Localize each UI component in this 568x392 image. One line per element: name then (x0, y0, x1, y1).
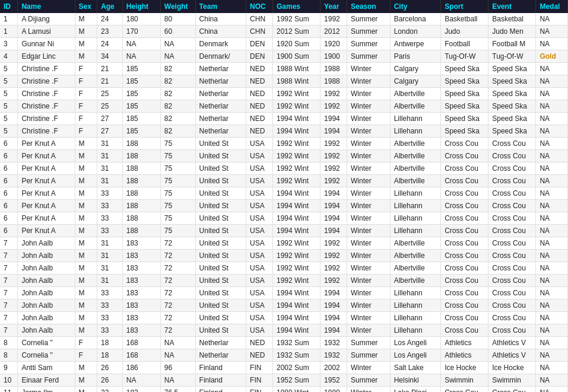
table-row[interactable]: 4Edgar LincM34NANADenmark/DEN1900 Sum190… (0, 50, 568, 63)
table-row[interactable]: 6Per Knut AM3318875United StUSA1994 Wint… (0, 187, 568, 200)
table-row[interactable]: 5Christine .FF2118582NetherlarNED1988 Wi… (0, 75, 568, 88)
table-row[interactable]: 7John AalbM3318372United StUSA1994 Wint1… (0, 312, 568, 324)
cell-name: John Aalb (18, 299, 75, 312)
table-row[interactable]: 8Cornelia "F18168NANetherlarNED1932 Sum1… (0, 337, 568, 349)
cell-name: Per Knut A (18, 200, 75, 212)
header-team[interactable]: Team (195, 0, 246, 13)
cell-event: Cross Cou (488, 287, 536, 299)
cell-height: NA (122, 38, 160, 50)
cell-medal: NA (536, 13, 568, 26)
header-games[interactable]: Games (272, 0, 320, 13)
table-row[interactable]: 7John AalbM3318372United StUSA1994 Wint1… (0, 299, 568, 312)
table-row[interactable]: 7John AalbM3118372United StUSA1992 Wint1… (0, 237, 568, 250)
cell-year: 1992 (321, 150, 347, 162)
cell-medal: NA (536, 225, 568, 237)
table-row[interactable]: 6Per Knut AM3118875United StUSA1992 Wint… (0, 138, 568, 150)
table-row[interactable]: 8Cornelia "F18168NANetherlarNED1932 Sum1… (0, 349, 568, 362)
cell-medal: NA (536, 212, 568, 225)
cell-sport: Cross Cou (441, 250, 488, 262)
cell-id: 6 (0, 175, 18, 187)
cell-noc: USA (246, 212, 273, 225)
table-row[interactable]: 5Christine .FF2518582NetherlarNED1992 Wi… (0, 100, 568, 113)
cell-height: 168 (122, 349, 160, 362)
table-row[interactable]: 11Jorma IlmM2218276.5FinlandFIN1980 Wint… (0, 387, 568, 393)
table-row[interactable]: 5Christine .FF2718582NetherlarNED1994 Wi… (0, 125, 568, 138)
cell-name: Per Knut A (18, 138, 75, 150)
cell-sport: Cross Cou (441, 262, 488, 275)
table-row[interactable]: 3Gunnar NiM24NANADenmarkDEN1920 Sum1920S… (0, 38, 568, 50)
cell-age: 23 (97, 26, 122, 38)
cell-year: 1988 (321, 63, 347, 75)
cell-name: John Aalb (18, 275, 75, 287)
table-row[interactable]: 5Christine .FF2118582NetherlarNED1988 Wi… (0, 63, 568, 75)
header-age[interactable]: Age (97, 0, 122, 13)
cell-sex: M (75, 250, 97, 262)
cell-event: Cross Cou (488, 275, 536, 287)
cell-year: 1920 (321, 38, 347, 50)
table-row[interactable]: 7John AalbM3118372United StUSA1992 Wint1… (0, 275, 568, 287)
header-weight[interactable]: Weight (160, 0, 195, 13)
table-row[interactable]: 6Per Knut AM3318875United StUSA1994 Wint… (0, 200, 568, 212)
table-row[interactable]: 6Per Knut AM3118875United StUSA1992 Wint… (0, 175, 568, 187)
table-row[interactable]: 9Antti SamM2618696FinlandFIN2002 Sum2002… (0, 362, 568, 374)
table-row[interactable]: 6Per Knut AM3118875United StUSA1992 Wint… (0, 162, 568, 175)
header-medal[interactable]: Medal (536, 0, 568, 13)
cell-medal: NA (536, 113, 568, 125)
cell-event: Speed Ska (488, 75, 536, 88)
header-sex[interactable]: Sex (75, 0, 97, 13)
cell-games: 1992 Wint (272, 262, 320, 275)
cell-medal: NA (536, 138, 568, 150)
header-year[interactable]: Year (321, 0, 347, 13)
cell-noc: USA (246, 200, 273, 212)
header-event[interactable]: Event (488, 0, 536, 13)
cell-games: 1994 Wint (272, 187, 320, 200)
header-name[interactable]: Name (18, 0, 75, 13)
cell-season: Winter (347, 225, 390, 237)
cell-id: 1 (0, 26, 18, 38)
cell-city: Albertville (390, 175, 440, 187)
table-row[interactable]: 7John AalbM3118372United StUSA1992 Wint1… (0, 250, 568, 262)
cell-height: 188 (122, 200, 160, 212)
cell-city: Calgary (390, 75, 440, 88)
cell-season: Winter (347, 200, 390, 212)
cell-event: Cross Cou (488, 150, 536, 162)
table-row[interactable]: 1A LamusiM2317060ChinaCHN2012 Sum2012Sum… (0, 26, 568, 38)
table-row[interactable]: 7John AalbM3118372United StUSA1992 Wint1… (0, 262, 568, 275)
table-row[interactable]: 6Per Knut AM3318875United StUSA1994 Wint… (0, 225, 568, 237)
cell-city: Los Angeli (390, 337, 440, 349)
table-row[interactable]: 6Per Knut AM3118875United StUSA1992 Wint… (0, 150, 568, 162)
header-sport[interactable]: Sport (441, 0, 488, 13)
cell-team: United St (195, 287, 246, 299)
table-row[interactable]: 6Per Knut AM3318875United StUSA1994 Wint… (0, 212, 568, 225)
table-row[interactable]: 5Christine .FF2718582NetherlarNED1994 Wi… (0, 113, 568, 125)
table-row[interactable]: 10Einaar FerdM26NANAFinlandFIN1952 Sum19… (0, 374, 568, 387)
cell-sport: Swimmin (441, 374, 488, 387)
table-row[interactable]: 7John AalbM3318372United StUSA1994 Wint1… (0, 324, 568, 337)
cell-event: Cross Cou (488, 138, 536, 150)
cell-sport: Speed Ska (441, 88, 488, 100)
cell-season: Winter (347, 387, 390, 393)
cell-name: John Aalb (18, 262, 75, 275)
cell-weight: 75 (160, 200, 195, 212)
header-noc[interactable]: NOC (246, 0, 273, 13)
cell-id: 5 (0, 75, 18, 88)
header-city[interactable]: City (390, 0, 440, 13)
cell-age: 18 (97, 349, 122, 362)
cell-id: 5 (0, 63, 18, 75)
table-row[interactable]: 5Christine .FF2518582NetherlarNED1992 Wi… (0, 88, 568, 100)
cell-year: 1994 (321, 324, 347, 337)
table-row[interactable]: 7John AalbM3318372United StUSA1994 Wint1… (0, 287, 568, 299)
cell-height: 188 (122, 150, 160, 162)
cell-event: Cross Cou (488, 225, 536, 237)
header-height[interactable]: Height (122, 0, 160, 13)
cell-sex: M (75, 38, 97, 50)
header-season[interactable]: Season (347, 0, 390, 13)
table-row[interactable]: 1A DijiangM2418080ChinaCHN1992 Sum1992Su… (0, 13, 568, 26)
cell-noc: NED (246, 63, 273, 75)
header-id[interactable]: ID (0, 0, 18, 13)
cell-games: 1992 Wint (272, 237, 320, 250)
cell-year: 1992 (321, 250, 347, 262)
cell-weight: 80 (160, 13, 195, 26)
cell-sport: Cross Cou (441, 312, 488, 324)
cell-weight: 82 (160, 100, 195, 113)
